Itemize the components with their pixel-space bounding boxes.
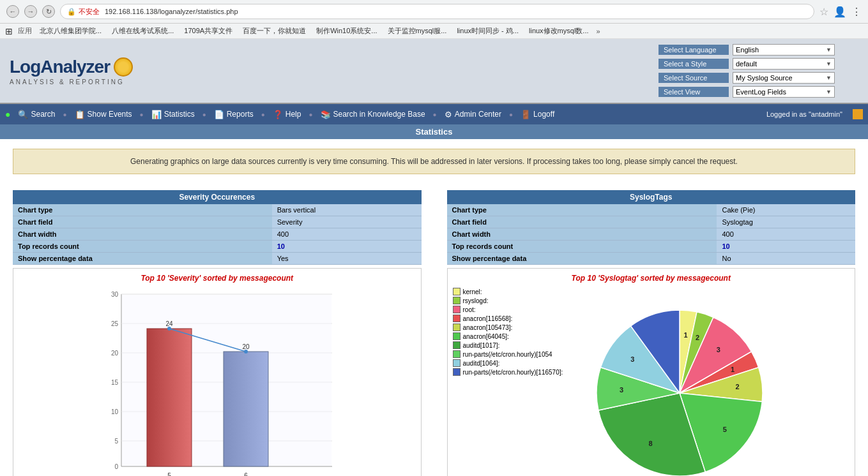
pie-chart-svg: 123125833 — [577, 288, 782, 476]
chart2-row5-value: No — [717, 253, 855, 265]
nav-logoff[interactable]: 🚪 Logoff — [515, 107, 560, 122]
nav-reports[interactable]: 📄 Reports — [209, 107, 259, 122]
chart1-row4-value: 10 — [272, 241, 422, 253]
chart1-row5-value: Yes — [272, 253, 422, 265]
profile-icon[interactable]: 👤 — [834, 6, 846, 18]
source-arrow: ▼ — [826, 75, 832, 81]
legend-color — [453, 359, 461, 367]
legend-item: run-parts(/etc/cron.hourly)[1054 — [453, 350, 568, 358]
nav-help[interactable]: ❓ Help — [268, 107, 307, 122]
show-events-icon: 📋 — [75, 110, 85, 119]
source-value: My Syslog Source — [736, 74, 793, 82]
stats-content: Severity Occurences Chart type Bars vert… — [0, 184, 868, 476]
nav-dot-2: ● — [63, 111, 67, 118]
bookmark-3[interactable]: 1709A共享文件 — [181, 26, 235, 36]
nav-knowledge-base[interactable]: 📚 Search in Knowledge Base — [316, 107, 430, 122]
legend-item: anacron[105473]: — [453, 324, 568, 331]
svg-text:30: 30 — [111, 291, 119, 298]
nav-bar: ● 🔍 Search ● 📋 Show Events ● 📊 Statistic… — [0, 104, 868, 124]
url-bar[interactable]: 🔒 不安全 192.168.116.138/loganalyzer/statis… — [60, 4, 814, 19]
apps-icon[interactable]: ⊞ — [5, 26, 13, 36]
bookmarks-more[interactable]: » — [597, 27, 600, 35]
view-label: Select View — [659, 87, 729, 97]
chart1-section: Severity Occurences Chart type Bars vert… — [13, 190, 422, 476]
logo-subtitle: ANALYSIS & REPORTING — [10, 78, 641, 86]
nav-admin[interactable]: ⚙ Admin Center — [439, 107, 506, 122]
language-select[interactable]: English ▼ — [733, 44, 835, 56]
language-row: Select Language English ▼ — [659, 44, 860, 56]
svg-point-24 — [244, 350, 248, 353]
back-button[interactable]: ← — [6, 5, 19, 18]
url-text: 192.168.116.138/loganalyzer/statistics.p… — [105, 8, 238, 15]
bookmark-star[interactable]: ☆ — [819, 6, 828, 18]
legend-item: auditd[1017]: — [453, 341, 568, 349]
knowledge-base-icon: 📚 — [321, 110, 331, 119]
bookmark-8[interactable]: linux修改mysql数... — [526, 26, 591, 36]
legend-label: auditd[1064]: — [463, 360, 500, 367]
legend-color — [453, 315, 461, 322]
legend-color — [453, 350, 461, 358]
bar-chart-svg: 30 25 20 15 10 5 0 — [96, 288, 339, 476]
chart1-row4-label: Top records count — [13, 241, 272, 253]
style-row: Select a Style default ▼ — [659, 58, 860, 70]
bookmark-5[interactable]: 制作Win10系统安... — [314, 26, 379, 36]
chart1-row2-label: Chart field — [13, 216, 272, 228]
security-icon: 🔒 — [67, 8, 76, 16]
bookmark-2[interactable]: 八维在线考试系统... — [109, 26, 176, 36]
chart1-title: Severity Occurences — [13, 190, 422, 204]
source-row: Select Source My Syslog Source ▼ — [659, 72, 860, 84]
source-select[interactable]: My Syslog Source ▼ — [733, 72, 835, 84]
nav-logoff-label: Logoff — [533, 110, 554, 119]
nav-statistics[interactable]: 📊 Statistics — [146, 107, 200, 122]
language-value: English — [736, 46, 759, 54]
statistics-icon: 📊 — [151, 110, 162, 119]
bookmark-1[interactable]: 北京八维集团学院... — [37, 26, 104, 36]
search-nav-icon: 🔍 — [18, 110, 28, 119]
logo-icon — [114, 57, 133, 77]
chart1-row2-value: Severity — [272, 216, 422, 228]
legend-color — [453, 297, 461, 304]
page-title: Statistics — [416, 127, 453, 137]
admin-icon: ⚙ — [445, 110, 452, 119]
table-row: Top records count 10 — [447, 241, 856, 253]
warning-banner: Generating graphics on large data source… — [13, 149, 855, 174]
page-title-bar: Statistics — [0, 124, 868, 139]
style-select[interactable]: default ▼ — [733, 58, 835, 70]
bookmark-4[interactable]: 百度一下，你就知道 — [240, 26, 308, 36]
refresh-button[interactable]: ↻ — [42, 5, 55, 18]
source-label: Select Source — [659, 73, 729, 83]
svg-text:25: 25 — [111, 320, 119, 327]
legend-color — [453, 368, 461, 376]
svg-text:10: 10 — [111, 408, 119, 415]
legend-item: rsyslogd: — [453, 297, 568, 304]
style-label: Select a Style — [659, 59, 729, 69]
nav-reports-label: Reports — [227, 110, 254, 119]
table-row: Chart type Cake (Pie) — [447, 204, 856, 216]
nav-show-events[interactable]: 📋 Show Events — [70, 107, 137, 122]
nav-search[interactable]: 🔍 Search — [13, 107, 60, 122]
nav-statistics-label: Statistics — [164, 110, 195, 119]
security-label: 不安全 — [79, 7, 100, 17]
bookmark-7[interactable]: linux时间同步 - 鸡... — [454, 26, 521, 36]
svg-point-23 — [167, 327, 171, 331]
chart2-info-table: SyslogTags Chart type Cake (Pie) Chart f… — [447, 190, 856, 265]
legend-label: anacron[105473]: — [463, 324, 513, 331]
chart2-row4-value: 10 — [717, 241, 855, 253]
menu-icon[interactable]: ⋮ — [851, 6, 862, 18]
forward-button[interactable]: → — [24, 5, 37, 18]
chart1-row3-value: 400 — [272, 228, 422, 241]
table-row: Show percentage data Yes — [13, 253, 422, 265]
legend-color — [453, 341, 461, 349]
chart2-row4-label: Top records count — [447, 241, 717, 253]
svg-text:1: 1 — [683, 331, 687, 339]
nav-dot-8: ● — [509, 111, 513, 118]
bookmark-6[interactable]: 关于监控mysql服... — [385, 26, 450, 36]
view-select[interactable]: EventLog Fields ▼ — [733, 86, 835, 98]
svg-rect-16 — [147, 329, 192, 466]
table-row: Chart width 400 — [447, 228, 856, 241]
chart2-row1-value: Cake (Pie) — [717, 204, 855, 216]
pie-legend: kernel: rsyslogd: root: anacron[116568]: — [453, 288, 568, 376]
table-row: Top records count 10 — [13, 241, 422, 253]
chart1-row5-label: Show percentage data — [13, 253, 272, 265]
nav-square-icon — [853, 109, 863, 119]
